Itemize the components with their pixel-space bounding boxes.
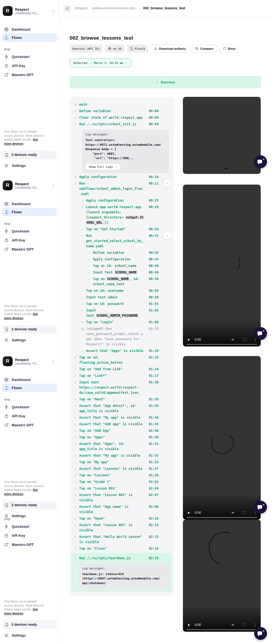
sidebar-item-dashboard[interactable]: Dashboard xyxy=(2,375,57,384)
gear-icon xyxy=(4,633,9,638)
device-video-player[interactable]: 0:00⋮ xyxy=(183,520,261,632)
sidebar-item-label: Maestro GPT xyxy=(12,543,34,547)
compare-button[interactable]: Compare xyxy=(192,45,217,53)
sidebar-item-dashboard[interactable]: Dashboard xyxy=(2,200,57,208)
sidebar-item-quickstart[interactable]: Quickstart xyxy=(2,227,57,235)
chevron-up-icon xyxy=(166,234,169,237)
volume-icon[interactable] xyxy=(231,337,235,342)
show-full-logs-button[interactable]: Show Full Logs xyxy=(85,164,121,170)
org-switcher[interactable]: RRespectUstadMobile FZL... xyxy=(3,6,55,16)
steps-panel: ✓main✓Define variables00:00✓Clear state … xyxy=(70,97,174,596)
device-video-player[interactable]: 0:00⋮ xyxy=(183,185,261,346)
fullscreen-icon[interactable] xyxy=(243,338,247,342)
step-row: (skipped) Runsave_password_prompt_cancel… xyxy=(75,326,169,347)
breadcrumb-item[interactable]: jenkins-end-to-end-test-clea... xyxy=(93,6,138,10)
sidebar-item-flows[interactable]: Flows xyxy=(2,33,57,42)
sidebar-item-maestro-gpt[interactable]: Maestro GPT xyxy=(2,245,57,253)
sidebar-item-api-key[interactable]: API Key xyxy=(2,412,57,420)
check-icon: ✓ xyxy=(75,109,79,114)
step-text: Assert that "App name" isvisible xyxy=(79,504,129,515)
dashboard-icon xyxy=(4,377,9,382)
get-more-devices-link[interactable]: Get more devices xyxy=(4,138,38,145)
step-time: 01:45 xyxy=(149,422,159,427)
collapse-step-button[interactable] xyxy=(164,232,171,239)
button-label: Download artifacts xyxy=(159,47,186,50)
download-artifacts-button[interactable]: Download artifacts xyxy=(150,45,189,53)
step-text: Define variables xyxy=(79,109,111,114)
log-title: Log messages: xyxy=(85,133,165,136)
sidebar-item-maestro-gpt[interactable]: Maestro GPT xyxy=(2,421,57,429)
chat-widget-button[interactable]: ✦ xyxy=(254,327,267,340)
sidebar-item-label: Flows xyxy=(12,386,22,390)
sidebar-item-api-key[interactable]: API Key xyxy=(2,236,57,244)
sidebar-item-dashboard[interactable]: Dashboard xyxy=(2,25,57,33)
device-video-player[interactable]: 0:00⋮ xyxy=(183,356,261,520)
sidebar-item-settings[interactable]: Settings xyxy=(2,161,57,170)
play-icon[interactable] xyxy=(187,623,191,627)
fullscreen-icon[interactable] xyxy=(243,623,247,627)
video-progress-bar[interactable] xyxy=(186,629,257,630)
video-time: 0:00 xyxy=(195,623,201,627)
video-progress-bar[interactable] xyxy=(186,517,257,518)
get-more-devices-link[interactable]: Get more devices xyxy=(4,608,38,615)
check-icon: ✓ xyxy=(75,453,79,458)
sidebar-item-maestro-gpt[interactable]: Maestro GPT xyxy=(2,71,57,79)
step-text: Tap on id:floating_action_button xyxy=(79,355,123,365)
collapse-sidebar-button[interactable] xyxy=(64,5,71,12)
bolt-icon xyxy=(4,524,9,529)
run-selector-dropdown[interactable]: Selected: ✓ March 3, 10:24 am xyxy=(70,59,131,67)
video-progress-bar[interactable] xyxy=(186,344,257,345)
step-text: Apply configuration xyxy=(86,198,123,203)
sidebar-item-maestro-gpt[interactable]: Maestro GPT xyxy=(2,540,57,549)
step-text: Assert that "Hello World Lesson"is visib… xyxy=(79,534,142,545)
log-title: Log messages: xyxy=(82,567,165,570)
org-switcher[interactable]: RRespectUstadMobile FZL... xyxy=(3,356,55,366)
step-row: ✓main xyxy=(75,102,169,107)
step-row: ✓Apply configuration00:43 xyxy=(75,257,169,262)
chevron-up-icon xyxy=(166,182,169,185)
sidebar-item-api-key[interactable]: API Key xyxy=(2,62,57,70)
check-icon: ✓ xyxy=(81,198,86,203)
volume-icon[interactable] xyxy=(231,623,235,627)
sidebar-item-quickstart[interactable]: Quickstart xyxy=(2,53,57,61)
phone-icon xyxy=(5,623,9,627)
sidebar-item-quickstart[interactable]: Quickstart xyxy=(2,522,57,531)
loading-spinner xyxy=(224,253,241,273)
chat-widget-button[interactable]: ✦ xyxy=(254,501,267,514)
check-icon: ✓ xyxy=(75,441,79,452)
check-icon: ✓ xyxy=(75,181,79,197)
get-more-devices-link[interactable]: Get more devices xyxy=(4,312,38,320)
check-icon: ✓ xyxy=(75,355,79,365)
play-icon[interactable] xyxy=(187,511,191,515)
sidebar-item-flows[interactable]: Flows xyxy=(2,208,57,216)
sidebar-item-quickstart[interactable]: Quickstart xyxy=(2,403,57,411)
step-text: Assert that "Lesson 001" isvisible xyxy=(79,493,132,503)
step-row: ✓Apply configuration00:16 xyxy=(75,174,169,180)
device-video-player[interactable] xyxy=(183,97,261,174)
sidebar-item-settings[interactable]: Settings xyxy=(2,336,57,344)
sidebar-item-flows[interactable]: Flows xyxy=(2,384,57,392)
retry-button[interactable]: Retry xyxy=(219,45,239,53)
play-icon[interactable] xyxy=(187,338,191,342)
collapse-step-button[interactable] xyxy=(164,180,171,187)
org-switcher[interactable]: RRespectUstadMobile FZL... xyxy=(3,180,55,190)
step-row: ✓Tap on "Grade 1"02:01 xyxy=(75,479,169,485)
sidebar-item-api-key[interactable]: API Key xyxy=(2,531,57,540)
volume-icon[interactable] xyxy=(231,511,235,515)
chat-widget-button[interactable]: ✦ xyxy=(254,627,267,640)
sidebar-item-settings[interactable]: Settings xyxy=(2,631,57,639)
collapse-sidebar-icon xyxy=(65,6,69,10)
fullscreen-icon[interactable] xyxy=(243,511,247,515)
sidebar-item-label: Quickstart xyxy=(12,55,29,59)
sidebar-item-label: Flows xyxy=(12,36,22,40)
status-banner: ✓ Success xyxy=(70,76,261,88)
step-text: Input texthttps://respect.world/respect-… xyxy=(79,380,138,395)
check-icon: ✓ xyxy=(75,516,79,521)
step-row: ✓Assert that "Lesson 001" isvisible02:14 xyxy=(75,523,169,533)
breadcrumb-item[interactable]: Respect xyxy=(75,6,87,10)
more-options-button[interactable]: ⋮ xyxy=(253,623,257,627)
badge-label: Android (API 33) xyxy=(72,47,100,50)
breadcrumb: Respect/jenkins-end-to-end-test-clea.../… xyxy=(75,6,185,10)
chat-widget-button[interactable]: ✦ xyxy=(254,155,267,168)
org-subtitle: UstadMobile FZL... xyxy=(15,11,39,15)
